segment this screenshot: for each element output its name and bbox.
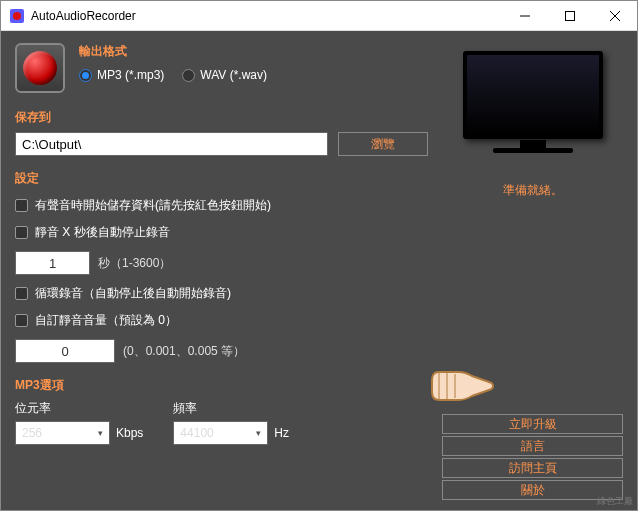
radio-mp3[interactable]: MP3 (*.mp3): [79, 68, 164, 82]
save-path-input[interactable]: [15, 132, 328, 156]
radio-icon: [182, 69, 195, 82]
checkbox-customvol-label: 自訂靜音音量（預設為 0）: [35, 312, 177, 329]
bitrate-unit: Kbps: [116, 426, 143, 440]
about-button[interactable]: 關於: [442, 480, 623, 500]
autostop-unit-label: 秒（1-3600）: [98, 255, 171, 272]
radio-wav[interactable]: WAV (*.wav): [182, 68, 267, 82]
radio-wav-label: WAV (*.wav): [200, 68, 267, 82]
browse-button[interactable]: 瀏覽: [338, 132, 428, 156]
window-title: AutoAudioRecorder: [31, 9, 502, 23]
maximize-button[interactable]: [547, 1, 592, 30]
customvol-input[interactable]: [15, 339, 115, 363]
save-section-title: 保存到: [15, 109, 428, 126]
app-window: AutoAudioRecorder 輸出格式 MP3 (*.mp3): [0, 0, 638, 511]
right-panel: 準備就緒。 立即升級 語言 訪問主頁 關於: [442, 31, 637, 510]
checkbox-autostop[interactable]: [15, 226, 28, 239]
radio-mp3-label: MP3 (*.mp3): [97, 68, 164, 82]
freq-select[interactable]: 44100 ▾: [173, 421, 268, 445]
client-area: 輸出格式 MP3 (*.mp3) WAV (*.wav) 保存到: [1, 31, 637, 510]
checkbox-autostart[interactable]: [15, 199, 28, 212]
chevron-down-icon: ▾: [98, 428, 103, 438]
homepage-button[interactable]: 訪問主頁: [442, 458, 623, 478]
svg-point-1: [13, 12, 21, 20]
chevron-down-icon: ▾: [256, 428, 261, 438]
watermark: 綠色工廠: [597, 495, 633, 508]
customvol-hint: (0、0.001、0.005 等）: [123, 343, 245, 360]
freq-label: 頻率: [173, 400, 289, 417]
left-panel: 輸出格式 MP3 (*.mp3) WAV (*.wav) 保存到: [1, 31, 442, 510]
window-controls: [502, 1, 637, 30]
checkbox-customvol[interactable]: [15, 314, 28, 327]
bitrate-value: 256: [22, 426, 42, 440]
mp3-section-title: MP3選項: [15, 377, 428, 394]
settings-section-title: 設定: [15, 170, 428, 187]
bitrate-select[interactable]: 256 ▾: [15, 421, 110, 445]
svg-rect-3: [565, 11, 574, 20]
checkbox-autostop-label: 靜音 X 秒後自動停止錄音: [35, 224, 170, 241]
app-icon: [9, 8, 25, 24]
bitrate-label: 位元率: [15, 400, 143, 417]
monitor-icon: [458, 51, 608, 166]
checkbox-loop-label: 循環錄音（自動停止後自動開始錄音): [35, 285, 231, 302]
freq-unit: Hz: [274, 426, 289, 440]
record-button[interactable]: [15, 43, 65, 93]
language-button[interactable]: 語言: [442, 436, 623, 456]
minimize-button[interactable]: [502, 1, 547, 30]
close-button[interactable]: [592, 1, 637, 30]
format-section-title: 輸出格式: [79, 43, 428, 60]
checkbox-autostart-label: 有聲音時開始儲存資料(請先按紅色按鈕開始): [35, 197, 271, 214]
freq-value: 44100: [180, 426, 213, 440]
upgrade-button[interactable]: 立即升級: [442, 414, 623, 434]
radio-icon: [79, 69, 92, 82]
status-text: 準備就緒。: [503, 182, 563, 199]
checkbox-loop[interactable]: [15, 287, 28, 300]
titlebar: AutoAudioRecorder: [1, 1, 637, 31]
record-icon: [23, 51, 57, 85]
autostop-seconds-input[interactable]: [15, 251, 90, 275]
